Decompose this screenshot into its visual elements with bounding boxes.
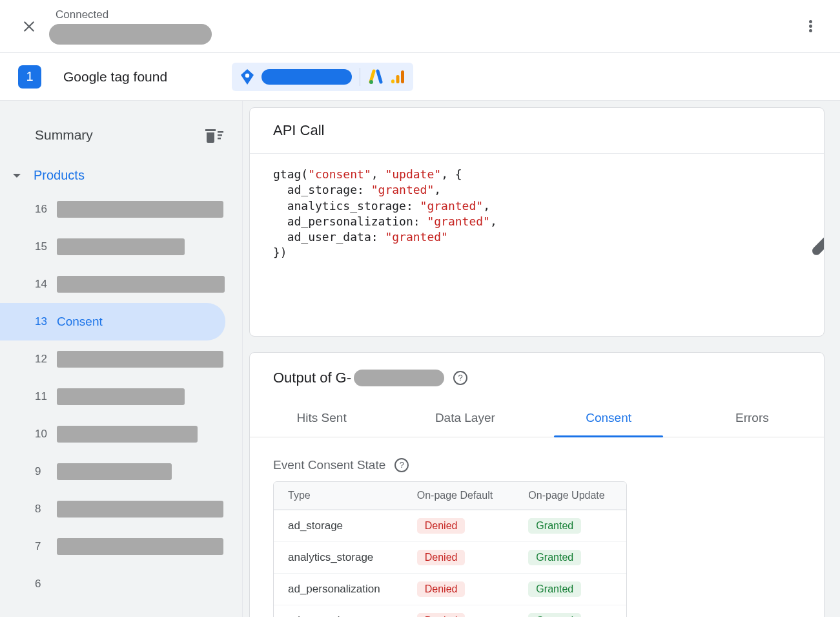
products-section-toggle[interactable]: Products [0, 154, 242, 191]
output-help-button[interactable]: ? [453, 371, 467, 385]
consent-state-help-button[interactable]: ? [394, 458, 409, 472]
svg-rect-8 [218, 134, 222, 136]
event-item[interactable]: 15 [0, 228, 242, 266]
consent-update: Granted [514, 605, 626, 617]
consent-update: Granted [514, 541, 626, 573]
close-button[interactable] [21, 18, 37, 35]
output-title-prefix: Output of G- [273, 370, 351, 386]
event-number: 14 [35, 278, 57, 291]
consent-type: ad_user_data [274, 605, 403, 617]
consent-type: analytics_storage [274, 541, 403, 573]
event-item[interactable]: 12 [0, 340, 242, 378]
top-bar: Connected [0, 0, 840, 53]
google-analytics-icon [390, 69, 405, 85]
consent-state-subhead: Event Consent State ? [250, 437, 824, 481]
event-item[interactable]: 7 [0, 528, 242, 565]
table-row: ad_user_dataDeniedGranted [274, 605, 626, 617]
collapse-code-button[interactable] [712, 271, 825, 300]
consent-default: Denied [403, 605, 515, 617]
api-call-card: API Call gtag("consent", "update", { ad_… [249, 107, 825, 337]
event-label-redacted [57, 501, 223, 518]
tab-data-layer[interactable]: Data Layer [393, 399, 537, 437]
content-pane: API Call gtag("consent", "update", { ad_… [243, 101, 840, 617]
consent-update: Granted [514, 573, 626, 605]
event-number: 7 [35, 540, 57, 553]
api-call-header: API Call [250, 108, 824, 154]
tab-consent[interactable]: Consent [537, 399, 681, 437]
event-item[interactable]: 14 [0, 266, 242, 303]
api-call-title: API Call [273, 122, 324, 139]
table-header: Type [274, 482, 403, 510]
connection-block: Connected [49, 8, 212, 45]
event-label-redacted [57, 201, 223, 218]
event-number: 16 [35, 203, 57, 216]
consent-state-table: TypeOn-page DefaultOn-page Update ad_sto… [273, 481, 627, 617]
tag-chip[interactable] [232, 63, 413, 91]
clear-events-button[interactable] [203, 127, 224, 143]
google-ads-icon [368, 69, 384, 85]
summary-row[interactable]: Summary [0, 116, 242, 154]
event-list: 16151413Consent1211109876 [0, 191, 242, 603]
output-card: Output of G- ? Hits SentData LayerConsen… [249, 352, 825, 617]
output-header: Output of G- ? [250, 353, 824, 389]
table-row: analytics_storageDeniedGranted [274, 541, 626, 573]
svg-rect-4 [391, 79, 394, 83]
event-item[interactable]: 6 [0, 565, 242, 603]
output-tabs: Hits SentData LayerConsentErrors [250, 399, 824, 437]
close-icon [22, 19, 36, 34]
chip-separator [360, 68, 360, 86]
event-number: 11 [35, 390, 57, 403]
api-call-code-text: gtag("consent", "update", { ad_storage: … [273, 167, 712, 318]
trash-icon [203, 127, 224, 143]
event-item[interactable]: 8 [0, 490, 242, 528]
table-header: On-page Default [403, 482, 515, 510]
event-item[interactable]: 9 [0, 453, 242, 490]
consent-default: Denied [403, 541, 515, 573]
tag-count-badge: 1 [18, 65, 41, 89]
products-section-label: Products [34, 168, 85, 183]
consent-state-label: Event Consent State [273, 458, 385, 472]
table-row: ad_storageDeniedGranted [274, 510, 626, 541]
event-item[interactable]: 10 [0, 415, 242, 453]
event-number: 13 [35, 315, 57, 328]
event-number: 8 [35, 503, 57, 516]
tab-errors[interactable]: Errors [681, 399, 824, 437]
svg-rect-9 [218, 138, 221, 140]
tag-id-redacted [261, 69, 352, 85]
event-label-redacted [57, 351, 223, 368]
event-label-redacted [57, 463, 172, 480]
consent-default: Denied [403, 573, 515, 605]
tab-hits-sent[interactable]: Hits Sent [250, 399, 393, 437]
event-label: Consent [57, 315, 103, 329]
svg-rect-5 [396, 75, 400, 83]
svg-rect-7 [218, 131, 223, 133]
api-call-code: gtag("consent", "update", { ad_storage: … [250, 154, 824, 336]
main-area: Summary Products 16151413Consent12111098… [0, 101, 840, 617]
chevron-up-icon [795, 198, 825, 282]
event-item[interactable]: 16 [0, 191, 242, 228]
tag-found-row: 1 Google tag found [0, 53, 840, 101]
event-item[interactable]: 11 [0, 378, 242, 415]
svg-point-2 [245, 73, 249, 77]
caret-down-icon [12, 171, 22, 181]
sidebar: Summary Products 16151413Consent12111098… [0, 101, 243, 617]
consent-update: Granted [514, 510, 626, 541]
event-label-redacted [57, 388, 185, 405]
event-label-redacted [57, 276, 225, 293]
event-item-consent[interactable]: 13Consent [0, 303, 225, 340]
connection-url-redacted [49, 24, 212, 45]
event-label-redacted [57, 238, 185, 255]
consent-default: Denied [403, 510, 515, 541]
overflow-menu-button[interactable] [799, 15, 822, 38]
event-number: 9 [35, 465, 57, 478]
event-number: 10 [35, 428, 57, 441]
connection-status: Connected [56, 8, 212, 21]
event-number: 15 [35, 240, 57, 253]
svg-rect-6 [401, 70, 404, 83]
event-label-redacted [57, 538, 223, 555]
event-number: 12 [35, 353, 57, 366]
table-row: ad_personalizationDeniedGranted [274, 573, 626, 605]
tag-found-title: Google tag found [63, 69, 167, 85]
svg-point-3 [369, 80, 373, 84]
consent-type: ad_storage [274, 510, 403, 541]
